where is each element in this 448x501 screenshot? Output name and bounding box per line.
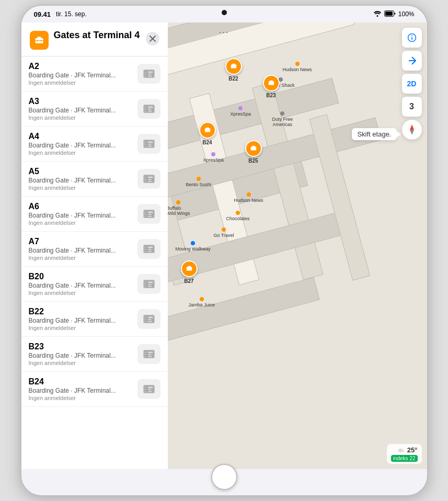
directions-button[interactable] [402, 51, 422, 71]
gate-review: Ingen anmeldelser [29, 395, 132, 401]
weather-icon [397, 446, 406, 454]
svg-rect-48 [148, 146, 152, 147]
gate-review: Ingen anmeldelser [29, 360, 132, 366]
svg-rect-5 [268, 82, 274, 85]
poi-moving-walkway: Moving Walkway [176, 241, 211, 252]
svg-rect-43 [144, 142, 145, 143]
svg-rect-12 [188, 266, 190, 268]
gate-subtitle: Boarding Gate · JFK Terminal... [29, 142, 118, 149]
gate-name: B24 [29, 377, 132, 386]
svg-rect-47 [148, 144, 151, 145]
svg-rect-63 [148, 214, 151, 215]
floor-button[interactable]: 3 [402, 97, 422, 117]
svg-rect-37 [144, 111, 145, 112]
poi-hudson-news-1: Hudson News [283, 62, 312, 72]
map-controls: 2D 3 [402, 28, 422, 140]
gate-list-item[interactable]: B20 Boarding Gate · JFK Terminal... Inge… [21, 267, 168, 302]
svg-rect-103 [148, 389, 151, 390]
compass-needle [407, 124, 417, 135]
poi-xpresspa-2: XpresSpa [203, 152, 224, 163]
svg-rect-3 [231, 65, 236, 69]
gate-ticket-icon [137, 274, 160, 294]
svg-rect-29 [144, 76, 145, 77]
gate-marker-b22[interactable]: B22 [225, 58, 242, 82]
gate-list-item[interactable]: B23 Boarding Gate · JFK Terminal... Inge… [21, 337, 168, 372]
svg-rect-19 [37, 37, 41, 38]
svg-rect-30 [148, 71, 153, 73]
poi-buffalo-wild-wings: BuffaloWild Wings [167, 200, 190, 216]
gate-info: A6 Boarding Gate · JFK Terminal... Ingen… [29, 202, 132, 226]
gate-info: A2 Boarding Gate · JFK Terminal... Ingen… [29, 62, 132, 86]
gate-review: Ingen anmeldelser [29, 115, 132, 121]
svg-rect-4 [232, 64, 235, 65]
svg-rect-84 [144, 319, 145, 320]
gate-list-item[interactable]: A5 Boarding Gate · JFK Terminal... Ingen… [21, 162, 168, 197]
svg-rect-55 [148, 179, 151, 180]
svg-rect-70 [148, 246, 153, 248]
gate-review: Ingen anmeldelser [29, 325, 132, 331]
gate-review: Ingen anmeldelser [29, 220, 132, 226]
view-2d-button[interactable]: 2D [402, 74, 422, 94]
svg-rect-83 [144, 317, 145, 318]
sidebar-header: Gates at Terminal 4 [21, 22, 168, 56]
gate-subtitle: Boarding Gate · JFK Terminal... [29, 107, 118, 114]
svg-rect-62 [148, 211, 153, 213]
gate-list-item[interactable]: A6 Boarding Gate · JFK Terminal... Ingen… [21, 197, 168, 232]
gate-marker-b23[interactable]: B23 [263, 75, 280, 98]
close-button[interactable] [146, 32, 159, 45]
svg-rect-87 [148, 319, 151, 320]
svg-rect-52 [144, 179, 145, 180]
gate-ticket-icon [137, 204, 160, 224]
gate-list-item[interactable]: B24 Boarding Gate · JFK Terminal... Inge… [21, 372, 168, 407]
gate-info: B22 Boarding Gate · JFK Terminal... Inge… [29, 307, 132, 331]
gate-info: A5 Boarding Gate · JFK Terminal... Ingen… [29, 167, 132, 191]
info-button[interactable] [402, 28, 422, 48]
gate-ticket-icon [137, 239, 160, 259]
compass-button[interactable] [402, 120, 422, 140]
gate-list-item[interactable]: A3 Boarding Gate · JFK Terminal... Ingen… [21, 92, 168, 127]
gate-subtitle: Boarding Gate · JFK Terminal... [29, 282, 118, 289]
svg-rect-104 [148, 391, 152, 392]
svg-rect-31 [148, 74, 151, 75]
home-button[interactable] [211, 464, 237, 490]
gate-ticket-icon [137, 379, 160, 399]
status-right-icons: 100% [373, 10, 415, 18]
svg-rect-51 [144, 177, 145, 178]
gate-ticket-icon [137, 169, 160, 189]
svg-rect-101 [144, 391, 145, 392]
gate-list-item[interactable]: A2 Boarding Gate · JFK Terminal... Ingen… [21, 56, 168, 92]
svg-rect-77 [144, 286, 145, 287]
gate-marker-b25[interactable]: B25 [245, 140, 262, 164]
gate-marker-b24[interactable]: B24 [199, 122, 216, 145]
svg-rect-56 [148, 181, 152, 182]
gate-list-item[interactable]: A7 Boarding Gate · JFK Terminal... Ingen… [21, 232, 168, 267]
header-gate-icon [30, 31, 49, 50]
svg-rect-86 [148, 316, 153, 318]
svg-rect-32 [148, 76, 152, 77]
gate-review: Ingen anmeldelser [29, 185, 132, 191]
floor-callout-text: Skift etage. [357, 130, 391, 138]
gate-name: A3 [29, 97, 132, 106]
gate-list-item[interactable]: A4 Boarding Gate · JFK Terminal... Ingen… [21, 127, 168, 162]
gate-subtitle: Boarding Gate · JFK Terminal... [29, 387, 118, 394]
gate-marker-b27[interactable]: B27 [181, 260, 198, 284]
svg-rect-10 [252, 146, 255, 147]
weather-badge: 25° indeks 22 [387, 444, 422, 464]
gate-subtitle: Boarding Gate · JFK Terminal... [29, 72, 118, 79]
gate-info: B24 Boarding Gate · JFK Terminal... Inge… [29, 377, 132, 401]
svg-rect-40 [148, 111, 152, 112]
svg-rect-99 [144, 387, 145, 388]
svg-rect-71 [148, 249, 151, 250]
svg-rect-28 [144, 74, 145, 75]
svg-rect-45 [144, 146, 145, 147]
battery-pct: 100% [398, 10, 415, 18]
svg-rect-79 [148, 284, 151, 285]
gate-name: A5 [29, 167, 132, 176]
svg-rect-53 [144, 181, 145, 182]
svg-rect-75 [144, 282, 145, 283]
more-button[interactable]: ··· [219, 28, 229, 37]
battery-icon [384, 10, 396, 18]
gate-review: Ingen anmeldelser [29, 290, 132, 296]
gate-ticket-icon [137, 64, 160, 84]
gate-list-item[interactable]: B22 Boarding Gate · JFK Terminal... Inge… [21, 302, 168, 337]
